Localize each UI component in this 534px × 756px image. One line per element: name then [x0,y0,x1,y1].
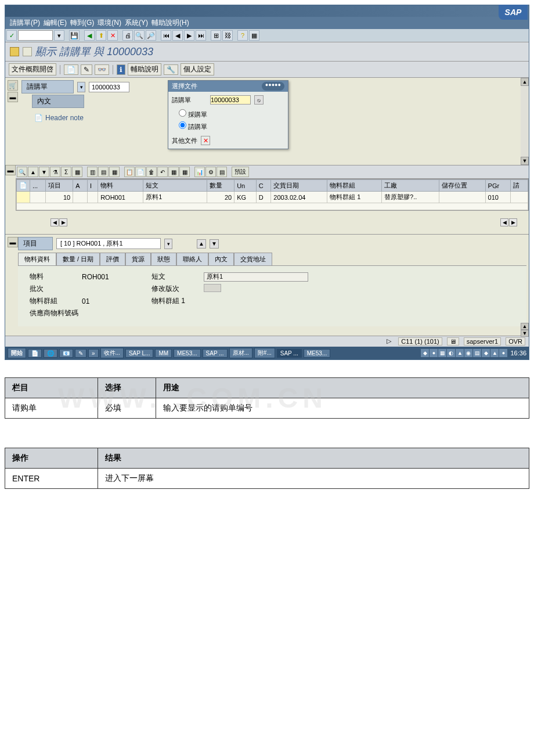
grid-undo-icon[interactable]: ↶ [157,167,168,177]
col-qty[interactable]: 數量 [207,180,234,192]
change-icon[interactable]: ✎ [81,64,92,75]
cell-pgr[interactable]: 010 [485,192,510,203]
menu-system[interactable]: 系統(Y) [125,18,148,28]
cell-material[interactable]: ROH001 [98,192,143,203]
grid-excel-icon[interactable]: 📊 [194,167,205,177]
title-icon2[interactable] [23,47,32,56]
grid-copy-icon[interactable]: 📋 [124,167,135,177]
find-icon[interactable]: 🔍 [134,30,145,41]
scroll-up2-icon[interactable]: ▲ [521,323,529,330]
radio-pr[interactable]: 請購單 [179,121,284,131]
col-status[interactable]: ... [30,180,46,192]
pr-dropdown-icon[interactable]: ▾ [77,82,85,92]
prev-page-icon[interactable]: ◀ [172,30,183,41]
col-req[interactable]: 請 [510,180,528,192]
tab-contact[interactable]: 聯絡人 [176,253,208,265]
scroll-right2-icon[interactable]: ▶ [509,218,517,226]
tool-icon[interactable]: 🔧 [164,64,178,75]
layout-icon[interactable]: ▦ [249,30,259,41]
popup-pr-field[interactable] [210,95,251,105]
menu-env[interactable]: 環境(N) [98,18,121,28]
col-c[interactable]: C [256,180,271,192]
col-a[interactable]: A [73,180,88,192]
grid-default-icon[interactable]: 預設 [232,167,249,177]
col-storage[interactable]: 儲存位置 [439,180,485,192]
radio-po[interactable]: 採購單 [179,109,284,119]
help-icon[interactable]: ? [237,30,248,41]
collapse-icon[interactable]: ▬ [8,92,18,102]
tab-text[interactable]: 內文 [208,253,234,265]
input-shorttext[interactable] [204,272,308,282]
tab-qty-date[interactable]: 數量 / 日期 [56,253,100,265]
table-row[interactable]: 10 ROH001 原料1 20 KG D 2003.02.04 物料群組 1 … [17,192,528,203]
tab-material-data[interactable]: 物料資料 [18,253,56,265]
quicklaunch-1[interactable]: 📄 [28,349,42,358]
create-icon[interactable]: 📄 [64,64,78,75]
grid-layout-icon[interactable]: ▦ [72,167,82,177]
print-icon[interactable]: 🖨 [122,30,133,41]
cell-matgroup[interactable]: 物料群組 1 [327,192,382,203]
grid-btn2[interactable]: ▤ [98,167,109,177]
popup-close-icon[interactable]: ✕ [201,136,210,145]
tray-7[interactable]: ▤ [473,349,481,357]
prev-item-icon[interactable]: ▲ [197,239,206,249]
scroll-left2-icon[interactable]: ◀ [500,218,508,226]
row-selector[interactable] [17,192,30,203]
item-collapse-icon[interactable]: ▬ [8,237,18,247]
tray-5[interactable]: ▲ [456,349,464,357]
grid-sort-asc-icon[interactable]: ▲ [28,167,38,177]
col-material[interactable]: 物料 [98,180,143,192]
doc-overview-button[interactable]: 文件概觀開啓 [9,63,56,75]
tab-valuation[interactable]: 評價 [100,253,125,265]
scroll-right-icon[interactable]: ▶ [59,218,67,226]
tray-10[interactable]: ● [499,349,507,357]
tb-mm[interactable]: MM [155,349,172,358]
col-plant[interactable]: 工廠 [382,180,439,192]
popup-search-icon[interactable]: ⍉ [254,95,264,105]
col-matgroup[interactable]: 物料群組 [327,180,382,192]
enter-icon[interactable]: ✓ [6,30,17,41]
command-field[interactable] [18,30,53,41]
personal-button[interactable]: 個人設定 [181,63,214,75]
exit-icon[interactable]: ⬆ [96,30,106,41]
menu-pr[interactable]: 請購單(P) [10,18,40,28]
tb-raw[interactable]: 原材... [229,348,252,358]
grid-delete-icon[interactable]: 🗑 [146,167,157,177]
tb-saplogon[interactable]: SAP L... [125,349,154,358]
tab-delivery-addr[interactable]: 交貨地址 [234,253,272,265]
grid-extra1-icon[interactable]: ▦ [168,167,179,177]
tb-me53b[interactable]: ME53... [304,349,330,358]
grid-filter-icon[interactable]: ⚗ [50,167,60,177]
quicklaunch-more[interactable]: » [88,349,99,358]
back-icon[interactable]: ◀ [84,30,95,41]
col-shorttext[interactable]: 短文 [143,180,207,192]
cart-icon[interactable]: 🛒 [8,80,18,91]
grid-variant-icon[interactable]: ▤ [217,167,227,177]
grid-paste-icon[interactable]: 📄 [135,167,146,177]
scroll-up-icon[interactable]: ▲ [521,78,529,86]
tb-me53[interactable]: ME53... [174,349,200,358]
grid-sort-desc-icon[interactable]: ▼ [39,167,49,177]
menu-goto[interactable]: 轉到(G) [70,18,94,28]
tray-3[interactable]: ▦ [438,349,446,357]
tb-sap[interactable]: SAP ... [203,349,228,358]
tray-8[interactable]: ◆ [482,349,490,357]
dropdown-icon[interactable]: ▾ [54,30,64,41]
first-page-icon[interactable]: ⏮ [161,30,171,41]
grid-collapse-icon[interactable]: ▬ [5,165,16,175]
new-session-icon[interactable]: ⊞ [211,30,221,41]
cancel-icon[interactable]: ✕ [107,30,118,41]
col-i[interactable]: I [87,180,98,192]
pr-number-field[interactable] [89,82,129,92]
last-page-icon[interactable]: ⏭ [196,30,206,41]
grid-sum-icon[interactable]: Σ [61,167,71,177]
other-icon[interactable]: 👓 [95,64,109,75]
next-page-icon[interactable]: ▶ [184,30,194,41]
grid-detail-icon[interactable]: 🔍 [17,167,27,177]
start-button[interactable]: 開始 [8,348,26,358]
cell-item[interactable]: 10 [46,192,73,203]
tb-sap2[interactable]: SAP ... [277,349,302,358]
col-unit[interactable]: Un [234,180,257,192]
item-selector-combo[interactable]: [ 10 ] ROH001 , 原料1 [56,238,161,249]
scroll-down-icon[interactable]: ▼ [521,157,529,165]
